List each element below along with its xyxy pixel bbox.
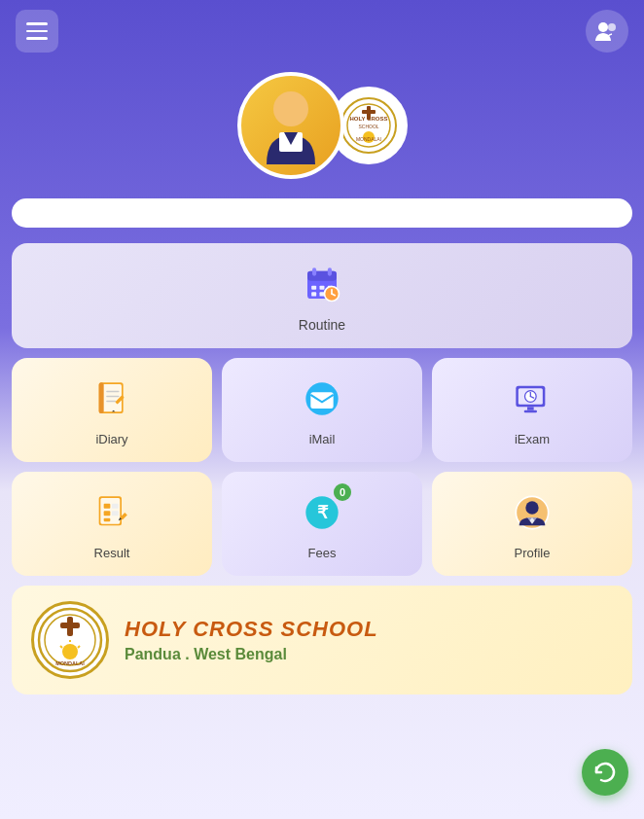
result-icon-box: [87, 487, 137, 538]
result-label: Result: [94, 546, 130, 560]
svg-point-51: [525, 501, 538, 514]
iexam-label: iExam: [515, 432, 550, 446]
svg-point-2: [273, 91, 308, 126]
fees-icon-wrapper: ₹ 0: [297, 487, 347, 538]
exam-icon: [513, 379, 552, 418]
svg-rect-55: [60, 623, 80, 628]
routine-label: Routine: [299, 317, 345, 333]
svg-rect-16: [311, 286, 316, 290]
svg-rect-27: [106, 391, 119, 393]
result-button[interactable]: Result: [12, 472, 212, 576]
diary-icon: [92, 379, 131, 418]
svg-rect-33: [310, 392, 333, 409]
people-icon: [593, 18, 621, 45]
svg-rect-14: [312, 267, 316, 275]
school-crest-icon: HOLY CROSS SCHOOL MONDALAI: [340, 96, 398, 155]
routine-icon-box: [297, 259, 347, 309]
svg-point-0: [598, 22, 608, 32]
imail-label: iMail: [309, 432, 336, 446]
fees-badge: 0: [334, 483, 351, 501]
svg-rect-47: [112, 511, 119, 516]
result-icon: [92, 493, 131, 532]
school-location: Pandua . West Bengal: [125, 646, 613, 663]
svg-rect-28: [106, 396, 119, 398]
svg-rect-13: [307, 271, 337, 281]
student-figure-icon: [247, 82, 335, 169]
svg-point-1: [608, 23, 616, 31]
routine-button[interactable]: Routine: [12, 243, 632, 348]
profile-icon-box: [507, 487, 557, 538]
svg-line-59: [78, 646, 80, 648]
rupee-icon: ₹: [303, 493, 341, 532]
profile-button[interactable]: Profile: [432, 472, 632, 576]
school-text: HOLY CROSS SCHOOL Pandua . West Bengal: [125, 617, 613, 663]
header-profile-button[interactable]: [586, 10, 628, 53]
svg-rect-29: [106, 401, 116, 403]
svg-rect-26: [99, 382, 104, 413]
refresh-icon: [592, 760, 618, 785]
idiary-label: iDiary: [95, 432, 127, 446]
student-avatar: [237, 72, 344, 179]
svg-point-56: [62, 644, 78, 659]
svg-rect-40: [524, 410, 537, 413]
menu-button[interactable]: [16, 10, 58, 53]
svg-text:MONDALAI: MONDALAI: [55, 660, 85, 666]
iexam-icon-box: [507, 374, 557, 424]
svg-rect-17: [320, 286, 325, 290]
idiary-icon-box: [87, 374, 137, 424]
school-name: HOLY CROSS SCHOOL: [125, 617, 613, 642]
header: [0, 0, 644, 62]
row-1: iDiary iMail: [12, 358, 632, 462]
row-2: Result ₹ 0 Fees: [12, 472, 632, 576]
svg-rect-19: [311, 292, 316, 296]
svg-rect-43: [104, 504, 111, 509]
profile-label: Profile: [515, 546, 551, 560]
svg-rect-39: [527, 407, 534, 410]
svg-text:SCHOOL: SCHOOL: [358, 124, 378, 129]
imail-icon-box: [297, 374, 347, 424]
svg-text:MONDALAI: MONDALAI: [355, 136, 380, 142]
profile-icon: [513, 493, 552, 532]
svg-rect-9: [362, 110, 376, 114]
iexam-button[interactable]: iExam: [432, 358, 632, 462]
fees-button[interactable]: ₹ 0 Fees: [222, 472, 422, 576]
hamburger-line-3: [26, 37, 48, 40]
hamburger-line-2: [26, 30, 48, 33]
hamburger-line-1: [26, 22, 48, 25]
fees-label: Fees: [308, 546, 337, 560]
school-logo-icon: MONDALAI: [37, 607, 103, 673]
school-banner: MONDALAI HOLY CROSS SCHOOL Pandua . West…: [12, 586, 632, 694]
school-logo-banner: MONDALAI: [31, 601, 109, 679]
routine-icon: [303, 265, 341, 303]
avatar-section: HOLY CROSS SCHOOL MONDALAI: [0, 62, 644, 198]
svg-text:₹: ₹: [317, 502, 329, 522]
svg-rect-45: [104, 518, 111, 521]
svg-line-58: [60, 646, 62, 648]
main-grid: Routine iDiary: [12, 243, 632, 576]
white-card: [12, 198, 632, 228]
svg-rect-46: [112, 504, 119, 509]
svg-rect-15: [328, 267, 332, 275]
imail-button[interactable]: iMail: [222, 358, 422, 462]
idiary-button[interactable]: iDiary: [12, 358, 212, 462]
mail-icon: [303, 379, 341, 418]
svg-rect-44: [104, 511, 111, 516]
refresh-button[interactable]: [582, 749, 628, 796]
